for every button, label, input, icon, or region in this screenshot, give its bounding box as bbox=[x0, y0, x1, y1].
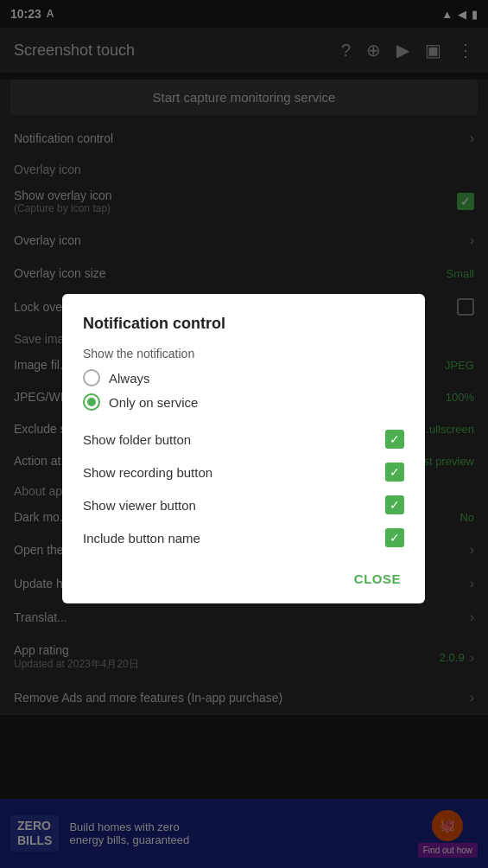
radio-always-button[interactable] bbox=[83, 369, 100, 386]
show-recording-button-label: Show recording button bbox=[83, 465, 212, 480]
show-folder-button-label: Show folder button bbox=[83, 432, 191, 447]
include-button-name-checkbox[interactable]: ✓ bbox=[385, 528, 404, 547]
show-viewer-button-label: Show viewer button bbox=[83, 498, 196, 513]
show-recording-button-row[interactable]: Show recording button ✓ bbox=[83, 456, 404, 488]
dialog-actions: CLOSE bbox=[83, 565, 404, 593]
radio-only-on-service-label: Only on service bbox=[109, 395, 198, 410]
close-button[interactable]: CLOSE bbox=[351, 565, 404, 593]
show-folder-button-checkbox[interactable]: ✓ bbox=[385, 430, 404, 449]
radio-group: Always Only on service bbox=[83, 369, 404, 411]
radio-only-on-service-button[interactable] bbox=[83, 393, 100, 411]
show-folder-button-row[interactable]: Show folder button ✓ bbox=[83, 423, 404, 456]
radio-always[interactable]: Always bbox=[83, 369, 404, 386]
radio-always-label: Always bbox=[109, 371, 150, 386]
include-button-name-label: Include button name bbox=[83, 531, 200, 546]
show-viewer-button-row[interactable]: Show viewer button ✓ bbox=[83, 488, 404, 521]
radio-inner-dot bbox=[87, 398, 96, 406]
dialog-title: Notification control bbox=[83, 315, 404, 333]
include-button-name-row[interactable]: Include button name ✓ bbox=[83, 521, 404, 554]
dialog-section-label: Show the notification bbox=[83, 347, 404, 361]
notification-control-dialog: Notification control Show the notificati… bbox=[62, 294, 425, 603]
show-viewer-button-checkbox[interactable]: ✓ bbox=[385, 495, 404, 514]
radio-only-on-service[interactable]: Only on service bbox=[83, 393, 404, 411]
show-recording-button-checkbox[interactable]: ✓ bbox=[385, 463, 404, 482]
